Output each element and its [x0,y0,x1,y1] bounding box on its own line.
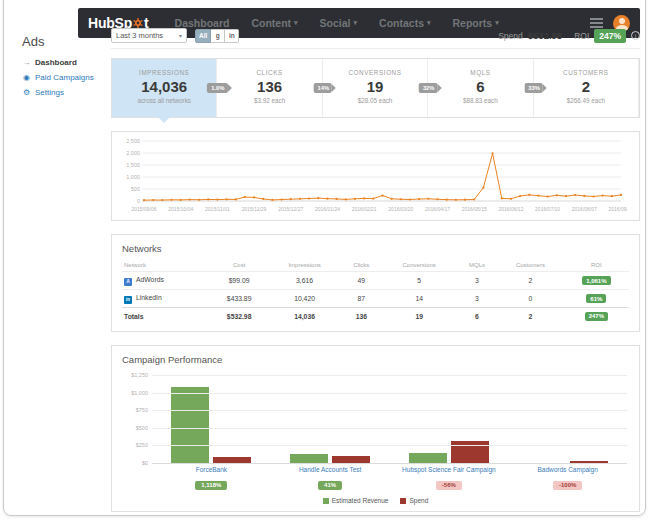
cell-impressions: 10,420 [268,290,341,308]
spend-bar [451,441,489,463]
toolbar-metrics: Spend $532.98 ROI 247% i [498,29,640,43]
cell-customers: 2 [497,272,564,290]
roi-badge: 247% [594,29,626,43]
cell-clicks: 49 [341,272,381,290]
data-point-marker [556,194,558,196]
data-point-marker [491,152,493,154]
sidebar-title: Ads [22,34,106,49]
date-range-select[interactable]: Last 3 months ▾ [111,28,187,43]
sidebar-item-dashboard[interactable]: →Dashboard [22,58,106,67]
data-point-marker [620,194,622,196]
table-row: inLinkedIn$433.8910,42087143061% [122,290,629,308]
campaign-link-hubspot-science-fair-campaign[interactable]: Hubspot Science Fair Campaign [390,466,509,473]
funnel-card-title: MQLS [428,69,532,76]
funnel-card-title: CUSTOMERS [534,69,638,76]
data-point-marker [161,199,163,201]
data-point-marker [391,198,393,200]
x-axis-label: 2015/09/06 [131,206,156,212]
column-header: Impressions [268,260,341,272]
funnel-card-customers[interactable]: CUSTOMERS2$266.49 each [534,59,639,117]
cell-mqls: 6 [457,308,497,325]
data-point-marker [216,199,218,201]
cell-customers: 0 [497,290,564,308]
cell-impressions: 3,616 [268,272,341,290]
data-point-marker [225,198,227,200]
funnel-card-title: CONVERSIONS [323,69,427,76]
funnel-card-conversions[interactable]: CONVERSIONS19$28.05 each [323,59,428,117]
y-axis-label: 1,000 [126,174,140,180]
cell-mqls: 3 [457,290,497,308]
data-point-marker [602,195,604,197]
data-point-marker [446,199,448,201]
y-gridline [152,393,627,394]
data-point-marker [198,199,200,201]
legend-item-spend: Spend [400,497,428,504]
data-point-marker [574,194,576,196]
x-axis-label: 2016/08/07 [572,206,597,212]
legend-swatch [323,498,329,504]
campaign-roi-badge: -56% [436,481,462,490]
sidebar-item-paid-campaigns[interactable]: ◉Paid Campaigns [22,73,106,82]
funnel-card-value: 136 [217,79,321,94]
column-header: Customers [497,260,564,272]
data-point-marker [235,198,237,200]
data-point-marker [510,198,512,200]
campaign-groups [152,375,627,463]
data-point-marker [583,195,585,197]
data-point-marker [253,196,255,198]
cell-clicks: 87 [341,290,381,308]
network-filter-in[interactable]: in [225,29,239,43]
data-point-marker [547,195,549,197]
network-name: LinkedIn [136,294,162,301]
legend-label: Estimated Revenue [332,497,389,504]
campaign-icon: ◉ [22,73,31,82]
funnel-card-impressions[interactable]: IMPRESSIONS14,036across all networks [112,59,217,117]
info-icon[interactable]: i [631,31,640,40]
network-filter-all[interactable]: All [195,29,211,43]
roi-badge: 247% [585,312,608,321]
campaign-link-badwords-campaign[interactable]: Badwords Campaign [508,466,627,473]
campaign-link-forcebank[interactable]: ForceBank [152,466,271,473]
network-name: AdWords [136,276,164,283]
chevron-down-icon: ▾ [179,32,182,39]
campaign-bar-group [152,375,271,463]
sidebar: Ads →Dashboard◉Paid Campaigns⚙Settings [22,34,106,103]
campaign-link-handle-accounts-test[interactable]: Handle Accounts Test [271,466,390,473]
sidebar-item-settings[interactable]: ⚙Settings [22,88,106,97]
hamburger-menu-icon[interactable] [590,18,603,28]
x-axis-label: 2015/12/27 [278,206,303,212]
y-gridline [152,410,627,411]
y-gridline [152,445,627,446]
campaign-label-col: Handle Accounts Test41% [271,466,390,491]
network-filter-g[interactable]: g [211,29,225,43]
x-axis-label: 2015/11/29 [242,206,267,212]
y-axis-label: 2,000 [126,150,140,156]
cell-mqls: 3 [457,272,497,290]
data-point-marker [381,194,383,196]
funnel-card-value: 2 [534,79,638,94]
network-filter-group: Allgin [195,29,239,43]
table-row: AAdWords$99.093,616495321,061% [122,272,629,290]
data-point-marker [170,199,172,201]
y-axis-label: $0 [122,460,148,466]
data-point-marker [326,198,328,200]
roi-badge: 1,061% [582,276,610,285]
date-range-value: Last 3 months [116,31,163,40]
funnel-card-sub: $28.05 each [323,97,427,104]
data-point-marker [308,197,310,199]
data-point-marker [611,195,613,197]
funnel-card-clicks[interactable]: CLICKS136$3.92 each [217,59,322,117]
data-point-marker [180,199,182,201]
funnel-card-mqls[interactable]: MQLS6$88.83 each [428,59,533,117]
data-point-marker [427,198,429,200]
x-axis-label: 2016/03/20 [388,206,413,212]
impressions-chart-svg: 05001,0001,5002,0002,5002015/09/062015/1… [116,137,627,215]
campaign-bar-group [271,375,390,463]
chevron-down-icon: ▾ [294,19,298,27]
column-header: Cost [210,260,268,272]
y-gridline [152,428,627,429]
data-point-marker [317,197,319,199]
cell-roi: 247% [564,308,629,325]
data-point-marker [482,186,484,188]
y-axis-label: $250 [122,442,148,448]
